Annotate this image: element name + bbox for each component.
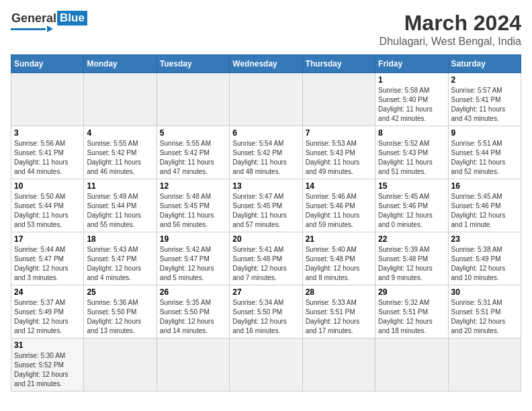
calendar-cell	[302, 338, 375, 392]
day-number: 16	[451, 181, 518, 191]
calendar-week-4: 17Sunrise: 5:44 AM Sunset: 5:47 PM Dayli…	[11, 232, 521, 285]
calendar-cell: 18Sunrise: 5:43 AM Sunset: 5:47 PM Dayli…	[84, 232, 157, 285]
calendar-week-3: 10Sunrise: 5:50 AM Sunset: 5:44 PM Dayli…	[11, 179, 521, 232]
day-info: Sunrise: 5:34 AM Sunset: 5:50 PM Dayligh…	[232, 298, 299, 336]
calendar-cell: 30Sunrise: 5:31 AM Sunset: 5:51 PM Dayli…	[448, 285, 521, 338]
day-info: Sunrise: 5:54 AM Sunset: 5:42 PM Dayligh…	[232, 139, 299, 177]
day-info: Sunrise: 5:48 AM Sunset: 5:45 PM Dayligh…	[160, 192, 226, 230]
day-number: 14	[306, 181, 372, 191]
day-info: Sunrise: 5:41 AM Sunset: 5:48 PM Dayligh…	[232, 245, 299, 283]
day-info: Sunrise: 5:46 AM Sunset: 5:46 PM Dayligh…	[306, 192, 372, 230]
calendar-cell	[448, 338, 521, 392]
day-info: Sunrise: 5:44 AM Sunset: 5:47 PM Dayligh…	[14, 245, 81, 283]
day-info: Sunrise: 5:55 AM Sunset: 5:42 PM Dayligh…	[87, 139, 153, 177]
calendar-cell	[11, 73, 84, 126]
day-number: 6	[232, 128, 299, 138]
day-info: Sunrise: 5:49 AM Sunset: 5:44 PM Dayligh…	[87, 192, 153, 230]
day-info: Sunrise: 5:45 AM Sunset: 5:46 PM Dayligh…	[378, 192, 445, 230]
calendar-cell: 19Sunrise: 5:42 AM Sunset: 5:47 PM Dayli…	[157, 232, 229, 285]
day-info: Sunrise: 5:40 AM Sunset: 5:48 PM Dayligh…	[306, 245, 372, 283]
day-number: 23	[451, 234, 518, 244]
day-info: Sunrise: 5:36 AM Sunset: 5:50 PM Dayligh…	[87, 298, 153, 336]
calendar-cell: 11Sunrise: 5:49 AM Sunset: 5:44 PM Dayli…	[84, 179, 157, 232]
day-number: 19	[160, 234, 226, 244]
calendar-cell: 31Sunrise: 5:30 AM Sunset: 5:52 PM Dayli…	[11, 338, 84, 392]
calendar-cell: 21Sunrise: 5:40 AM Sunset: 5:48 PM Dayli…	[302, 232, 375, 285]
title-area: March 2024 Dhulagari, West Bengal, India	[380, 11, 521, 48]
calendar-cell	[84, 73, 157, 126]
calendar-cell: 20Sunrise: 5:41 AM Sunset: 5:48 PM Dayli…	[230, 232, 302, 285]
day-info: Sunrise: 5:45 AM Sunset: 5:46 PM Dayligh…	[451, 192, 518, 230]
calendar-cell: 24Sunrise: 5:37 AM Sunset: 5:49 PM Dayli…	[11, 285, 84, 338]
calendar-cell: 23Sunrise: 5:38 AM Sunset: 5:49 PM Dayli…	[448, 232, 521, 285]
day-header-tuesday: Tuesday	[157, 55, 229, 73]
day-info: Sunrise: 5:37 AM Sunset: 5:49 PM Dayligh…	[14, 298, 81, 336]
calendar-week-6: 31Sunrise: 5:30 AM Sunset: 5:52 PM Dayli…	[11, 338, 521, 392]
day-number: 7	[306, 128, 372, 138]
day-info: Sunrise: 5:51 AM Sunset: 5:44 PM Dayligh…	[451, 139, 518, 177]
day-info: Sunrise: 5:55 AM Sunset: 5:42 PM Dayligh…	[160, 139, 226, 177]
day-number: 18	[87, 234, 153, 244]
day-number: 8	[378, 128, 445, 138]
day-number: 4	[87, 128, 153, 138]
day-number: 17	[14, 234, 81, 244]
calendar-week-5: 24Sunrise: 5:37 AM Sunset: 5:49 PM Dayli…	[11, 285, 521, 338]
calendar-cell: 7Sunrise: 5:53 AM Sunset: 5:43 PM Daylig…	[302, 126, 375, 179]
calendar-cell: 22Sunrise: 5:39 AM Sunset: 5:48 PM Dayli…	[375, 232, 448, 285]
day-info: Sunrise: 5:56 AM Sunset: 5:41 PM Dayligh…	[14, 139, 81, 177]
day-header-thursday: Thursday	[302, 55, 375, 73]
calendar-cell: 3Sunrise: 5:56 AM Sunset: 5:41 PM Daylig…	[11, 126, 84, 179]
day-number: 26	[160, 287, 226, 297]
page-header: General Blue March 2024 Dhulagari, West …	[11, 11, 521, 48]
day-header-wednesday: Wednesday	[230, 55, 302, 73]
calendar-cell: 26Sunrise: 5:35 AM Sunset: 5:50 PM Dayli…	[157, 285, 229, 338]
day-info: Sunrise: 5:32 AM Sunset: 5:51 PM Dayligh…	[378, 298, 445, 336]
logo: General Blue	[11, 11, 87, 32]
day-number: 31	[14, 340, 81, 350]
logo-blue: Blue	[57, 11, 87, 26]
day-number: 28	[306, 287, 372, 297]
calendar-cell: 28Sunrise: 5:33 AM Sunset: 5:51 PM Dayli…	[302, 285, 375, 338]
calendar-header-row: SundayMondayTuesdayWednesdayThursdayFrid…	[11, 55, 521, 73]
day-number: 9	[451, 128, 518, 138]
location-subtitle: Dhulagari, West Bengal, India	[380, 36, 521, 48]
day-number: 1	[378, 75, 445, 85]
day-header-friday: Friday	[375, 55, 448, 73]
calendar-cell: 6Sunrise: 5:54 AM Sunset: 5:42 PM Daylig…	[230, 126, 302, 179]
calendar-table: SundayMondayTuesdayWednesdayThursdayFrid…	[11, 54, 521, 392]
day-info: Sunrise: 5:58 AM Sunset: 5:40 PM Dayligh…	[378, 86, 445, 124]
calendar-cell	[375, 338, 448, 392]
calendar-cell: 25Sunrise: 5:36 AM Sunset: 5:50 PM Dayli…	[84, 285, 157, 338]
day-number: 5	[160, 128, 226, 138]
day-number: 24	[14, 287, 81, 297]
month-year-title: March 2024	[380, 11, 521, 36]
day-info: Sunrise: 5:38 AM Sunset: 5:49 PM Dayligh…	[451, 245, 518, 283]
calendar-cell: 5Sunrise: 5:55 AM Sunset: 5:42 PM Daylig…	[157, 126, 229, 179]
calendar-cell	[157, 73, 229, 126]
day-info: Sunrise: 5:53 AM Sunset: 5:43 PM Dayligh…	[306, 139, 372, 177]
calendar-cell	[84, 338, 157, 392]
day-number: 13	[232, 181, 299, 191]
day-number: 10	[14, 181, 81, 191]
day-info: Sunrise: 5:47 AM Sunset: 5:45 PM Dayligh…	[232, 192, 299, 230]
day-info: Sunrise: 5:42 AM Sunset: 5:47 PM Dayligh…	[160, 245, 226, 283]
day-number: 20	[232, 234, 299, 244]
calendar-week-2: 3Sunrise: 5:56 AM Sunset: 5:41 PM Daylig…	[11, 126, 521, 179]
calendar-cell: 13Sunrise: 5:47 AM Sunset: 5:45 PM Dayli…	[230, 179, 302, 232]
day-number: 12	[160, 181, 226, 191]
day-number: 11	[87, 181, 153, 191]
calendar-week-1: 1Sunrise: 5:58 AM Sunset: 5:40 PM Daylig…	[11, 73, 521, 126]
day-number: 22	[378, 234, 445, 244]
day-number: 3	[14, 128, 81, 138]
calendar-cell: 12Sunrise: 5:48 AM Sunset: 5:45 PM Dayli…	[157, 179, 229, 232]
day-info: Sunrise: 5:31 AM Sunset: 5:51 PM Dayligh…	[451, 298, 518, 336]
calendar-cell: 4Sunrise: 5:55 AM Sunset: 5:42 PM Daylig…	[84, 126, 157, 179]
day-number: 29	[378, 287, 445, 297]
day-number: 30	[451, 287, 518, 297]
day-number: 25	[87, 287, 153, 297]
day-number: 21	[306, 234, 372, 244]
day-info: Sunrise: 5:43 AM Sunset: 5:47 PM Dayligh…	[87, 245, 153, 283]
day-number: 2	[451, 75, 518, 85]
calendar-cell	[302, 73, 375, 126]
calendar-cell: 10Sunrise: 5:50 AM Sunset: 5:44 PM Dayli…	[11, 179, 84, 232]
